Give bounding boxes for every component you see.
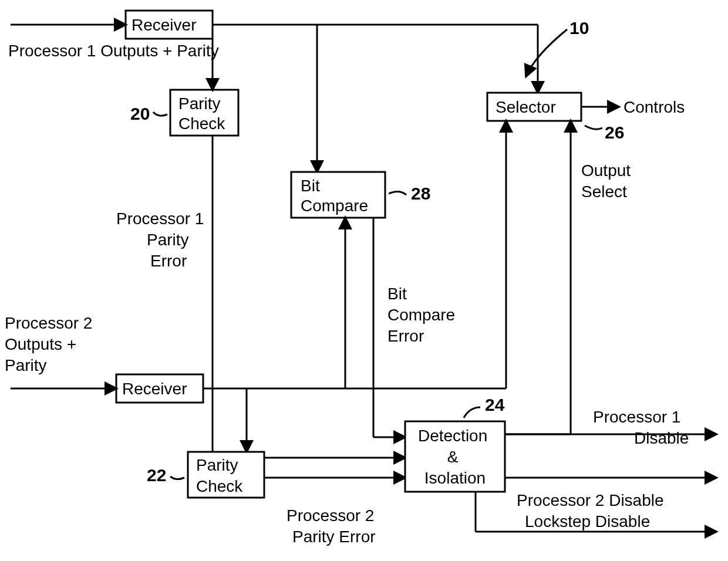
- input2-label: Processor 2 Outputs + Parity: [5, 314, 97, 374]
- block-diagram: Receiver Processor 1 Outputs + Parity Pa…: [0, 0, 728, 561]
- ref22-squiggle: [170, 476, 184, 479]
- lockstep-label: Lockstep Disable: [525, 512, 650, 530]
- p2-disable-label: Processor 2 Disable: [517, 491, 664, 509]
- receiver2-label: Receiver: [122, 380, 187, 398]
- ref28-squiggle: [389, 191, 406, 195]
- ref20: 20: [130, 104, 150, 123]
- ref26-squiggle: [585, 126, 602, 129]
- selector-label: Selector: [496, 98, 556, 116]
- ref24-squiggle: [464, 407, 480, 418]
- input1-label: Processor 1 Outputs + Parity: [8, 42, 219, 60]
- receiver1-label: Receiver: [132, 16, 196, 34]
- ref26: 26: [605, 123, 624, 142]
- ref10: 10: [569, 18, 589, 38]
- ref24: 24: [485, 395, 505, 414]
- p1-parity-error-label: Processor 1 Parity Error: [116, 209, 208, 270]
- output-select-label: Output Select: [581, 161, 635, 201]
- controls-label: Controls: [623, 98, 685, 116]
- bit-compare-error-label: Bit Compare Error: [387, 285, 460, 345]
- ref28: 28: [411, 184, 430, 203]
- p1-disable-label: Processor 1 Disable: [593, 408, 689, 447]
- ref20-squiggle: [153, 112, 167, 116]
- ref10-arrow: [526, 29, 567, 76]
- p2-parity-error-label: Processor 2 Parity Error: [287, 506, 379, 546]
- ref22: 22: [147, 465, 166, 485]
